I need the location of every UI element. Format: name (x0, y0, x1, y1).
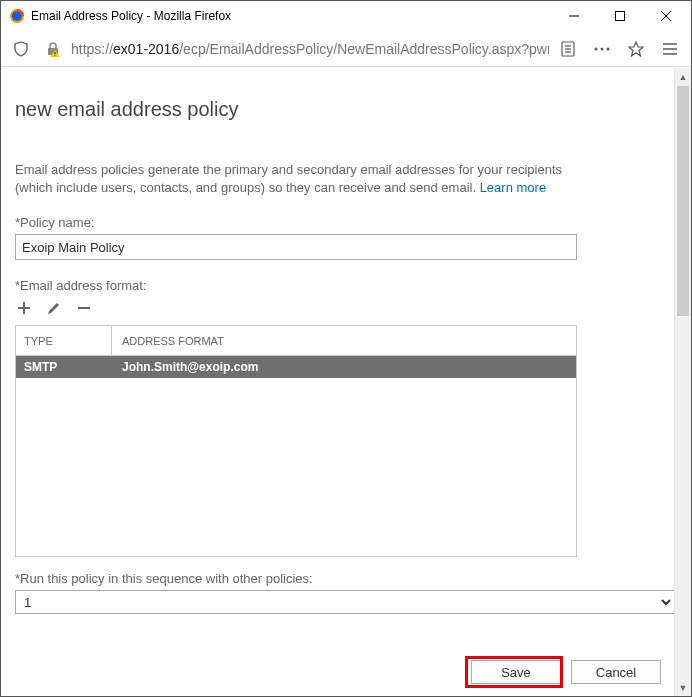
sequence-select[interactable]: 1 (15, 590, 674, 614)
grid-header-format[interactable]: ADDRESS FORMAT (112, 326, 576, 355)
page-content: new email address policy Email address p… (1, 68, 674, 696)
scroll-down-arrow[interactable]: ▼ (675, 679, 691, 696)
save-button[interactable]: Save (471, 660, 561, 684)
add-icon[interactable] (15, 299, 33, 317)
svg-rect-7 (55, 52, 56, 55)
grid-header-type[interactable]: TYPE (16, 326, 112, 355)
grid-header: TYPE ADDRESS FORMAT (16, 326, 576, 356)
policy-name-label: *Policy name: (15, 215, 660, 230)
titlebar: Email Address Policy - Mozilla Firefox (1, 1, 691, 31)
edit-icon[interactable] (45, 299, 63, 317)
format-label: *Email address format: (15, 278, 660, 293)
lock-warning-icon[interactable] (39, 35, 67, 63)
intro-text: Email address policies generate the prim… (15, 161, 585, 197)
dialog-buttons: Save Cancel (471, 660, 661, 684)
page-title: new email address policy (15, 98, 660, 121)
svg-rect-3 (616, 12, 625, 21)
bookmark-star-icon[interactable] (621, 35, 651, 63)
url-host: ex01-2016 (113, 41, 179, 57)
maximize-button[interactable] (597, 1, 643, 31)
firefox-favicon (9, 8, 25, 24)
page-actions-icon[interactable] (587, 35, 617, 63)
svg-point-14 (601, 47, 604, 50)
cell-format: John.Smith@exoip.com (112, 360, 576, 374)
scrollbar-thumb[interactable] (677, 86, 689, 316)
cell-type: SMTP (16, 360, 112, 374)
policy-name-input[interactable] (15, 234, 577, 260)
close-window-button[interactable] (643, 1, 689, 31)
reader-view-icon[interactable] (553, 35, 583, 63)
shield-icon[interactable] (7, 35, 35, 63)
learn-more-link[interactable]: Learn more (480, 180, 546, 195)
url-scheme: https:// (71, 41, 113, 57)
svg-point-15 (607, 47, 610, 50)
svg-rect-8 (55, 55, 56, 56)
hamburger-menu-icon[interactable] (655, 35, 685, 63)
url-text[interactable]: https://ex01-2016/ecp/EmailAddressPolicy… (71, 41, 549, 57)
table-row[interactable]: SMTP John.Smith@exoip.com (16, 356, 576, 378)
remove-icon[interactable] (75, 299, 93, 317)
cancel-button[interactable]: Cancel (571, 660, 661, 684)
minimize-button[interactable] (551, 1, 597, 31)
window-title: Email Address Policy - Mozilla Firefox (31, 9, 551, 23)
grid-body-empty (16, 378, 576, 556)
format-grid: TYPE ADDRESS FORMAT SMTP John.Smith@exoi… (15, 325, 577, 557)
window-controls (551, 1, 689, 31)
url-path: /ecp/EmailAddressPolicy/NewEmailAddressP… (179, 41, 549, 57)
format-toolbar (15, 299, 660, 317)
url-bar: https://ex01-2016/ecp/EmailAddressPolicy… (1, 31, 691, 67)
svg-point-13 (595, 47, 598, 50)
scroll-up-arrow[interactable]: ▲ (675, 68, 691, 85)
sequence-label: *Run this policy in this sequence with o… (15, 571, 660, 586)
vertical-scrollbar[interactable]: ▲ ▼ (674, 68, 691, 696)
